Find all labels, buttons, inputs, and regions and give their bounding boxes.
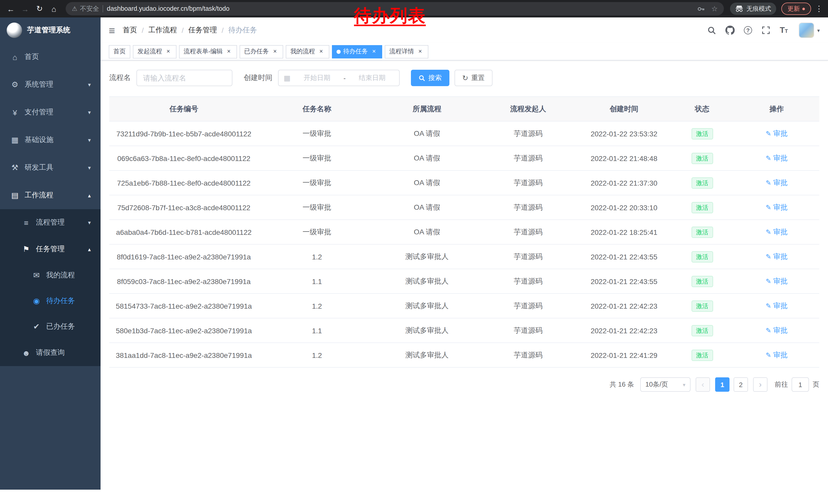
hamburger-icon[interactable]: ≡ (109, 25, 115, 36)
close-icon[interactable]: × (370, 48, 378, 55)
cell-created-time: 2022-01-21 22:41:29 (578, 343, 670, 367)
cell-task-name: 1.2 (258, 244, 376, 269)
status-badge: 激活 (691, 152, 713, 164)
sidebar-item-done-check[interactable]: ✔已办任务 (0, 314, 100, 339)
approve-link[interactable]: ✎审批 (766, 277, 788, 286)
sidebar-item-home[interactable]: ⌂首页 (0, 43, 100, 71)
create-time-label: 创建时间 (244, 73, 273, 83)
process-name-label: 流程名 (109, 73, 131, 83)
close-icon[interactable]: × (417, 48, 424, 55)
tab-item[interactable]: 待办任务× (332, 45, 382, 58)
page-size-select[interactable]: 10条/页 ▾ (640, 377, 691, 392)
reload-icon[interactable]: ↻ (33, 2, 46, 15)
tab-item[interactable]: 流程表单-编辑× (179, 45, 237, 58)
approve-link[interactable]: ✎审批 (766, 178, 788, 187)
close-icon[interactable]: × (165, 48, 172, 55)
process-name-input[interactable] (136, 70, 233, 86)
tab-item[interactable]: 流程详情× (385, 45, 428, 58)
approve-link[interactable]: ✎审批 (766, 227, 788, 237)
cell-task-id: 725a1eb6-7b88-11ec-8ef0-acde48001122 (109, 171, 258, 195)
user-menu[interactable]: ▾ (799, 22, 820, 38)
browser-menu-icon[interactable]: ⋮ (815, 4, 823, 13)
tab-item[interactable]: 首页 (109, 45, 130, 58)
approve-label: 审批 (773, 178, 788, 187)
logo-row[interactable]: 芋道管理系统 (0, 17, 100, 43)
edit-icon: ✎ (766, 154, 771, 162)
forward-icon[interactable]: → (18, 2, 32, 15)
date-range-picker[interactable]: ▦ 开始日期 - 结束日期 (278, 70, 400, 86)
cell-action: ✎审批 (734, 293, 819, 318)
approve-label: 审批 (773, 301, 788, 311)
home-icon[interactable]: ⌂ (47, 2, 60, 15)
cell-created-time: 2022-01-21 22:43:55 (578, 244, 670, 269)
approve-label: 审批 (773, 252, 788, 261)
chevron-down-icon: ▾ (88, 164, 91, 171)
cell-task-name: 一级审批 (258, 171, 376, 195)
tab-item[interactable]: 发起流程× (133, 45, 176, 58)
bookmark-star-icon[interactable]: ☆ (711, 5, 718, 13)
page-button[interactable]: 1 (715, 377, 730, 392)
cell-action: ✎审批 (734, 195, 819, 220)
security-status[interactable]: ⚠ 不安全 (72, 4, 99, 13)
update-button[interactable]: 更新 (781, 3, 811, 15)
sidebar-item-task-flag[interactable]: ⚑任务管理▴ (0, 236, 100, 263)
font-size-icon[interactable]: TT (779, 25, 789, 35)
close-icon[interactable]: × (318, 48, 325, 55)
key-icon[interactable] (697, 5, 705, 12)
sidebar-item-dev-tools[interactable]: ⚒研发工具▾ (0, 154, 100, 182)
fullscreen-icon[interactable] (761, 25, 771, 35)
approve-link[interactable]: ✎审批 (766, 153, 788, 163)
back-icon[interactable]: ← (4, 2, 17, 15)
column-header: 任务名称 (258, 97, 376, 121)
close-icon[interactable]: × (225, 48, 233, 55)
sidebar-item-yen[interactable]: ¥支付管理▾ (0, 98, 100, 126)
tab-label: 已办任务 (244, 47, 269, 56)
page-button[interactable]: 2 (734, 377, 748, 392)
approve-link[interactable]: ✎审批 (766, 351, 788, 360)
search-icon[interactable] (707, 25, 717, 35)
search-button[interactable]: 搜索 (411, 70, 449, 86)
sidebar-item-process-list[interactable]: ≡流程管理▾ (0, 209, 100, 236)
sidebar-item-eye[interactable]: ◉待办任务 (0, 288, 100, 314)
github-icon[interactable] (725, 25, 735, 35)
chevron-up-icon: ▴ (88, 246, 91, 253)
sidebar-item-infrastructure[interactable]: ▦基础设施▾ (0, 126, 100, 154)
approve-link[interactable]: ✎审批 (766, 252, 788, 261)
close-icon[interactable]: × (272, 48, 279, 55)
tab-item[interactable]: 已办任务× (240, 45, 283, 58)
sidebar-item-user[interactable]: ☻请假查询 (0, 339, 100, 366)
next-page-button[interactable]: › (753, 377, 768, 392)
sidebar-item-workflow[interactable]: ▤工作流程▴ (0, 182, 100, 209)
breadcrumb-item[interactable]: 首页 (123, 26, 137, 35)
sidebar-item-my-process[interactable]: ✉我的流程 (0, 263, 100, 288)
breadcrumb-item[interactable]: 任务管理 (188, 26, 217, 35)
chevron-down-icon: ▾ (683, 382, 686, 387)
breadcrumb-item[interactable]: 工作流程 (148, 26, 177, 35)
help-icon[interactable]: ? (743, 25, 753, 35)
sidebar-item-gear[interactable]: ⚙系统管理▾ (0, 71, 100, 98)
status-badge: 激活 (691, 202, 713, 213)
approve-link[interactable]: ✎审批 (766, 203, 788, 212)
goto-page-input[interactable] (792, 377, 809, 392)
tab-item[interactable]: 我的流程× (286, 45, 329, 58)
approve-link[interactable]: ✎审批 (766, 129, 788, 138)
tab-label: 我的流程 (290, 47, 315, 56)
user-icon: ☻ (22, 349, 31, 357)
edit-icon: ✎ (766, 351, 771, 359)
cell-initiator: 芋道源码 (479, 121, 578, 146)
approve-link[interactable]: ✎审批 (766, 301, 788, 311)
column-header: 流程发起人 (479, 97, 578, 121)
topbar: ≡ 首页/工作流程/任务管理/待办任务 ? TT (100, 17, 828, 43)
approve-link[interactable]: ✎审批 (766, 326, 788, 335)
cell-task-id: 381aa1dd-7ac8-11ec-a9e2-a2380e71991a (109, 343, 258, 367)
sidebar-item-label: 流程管理 (36, 218, 65, 227)
content: 流程名 创建时间 ▦ 开始日期 - 结束日期 搜索 ↻ (100, 60, 828, 404)
cell-task-id: 58154733-7ac8-11ec-a9e2-a2380e71991a (109, 293, 258, 318)
cell-initiator: 芋道源码 (479, 220, 578, 244)
reset-button-label: 重置 (471, 73, 485, 83)
reset-button[interactable]: ↻ 重置 (455, 70, 492, 86)
dev-tools-icon: ⚒ (10, 163, 19, 172)
incognito-badge: 无痕模式 (730, 3, 776, 15)
cell-action: ✎审批 (734, 244, 819, 269)
prev-page-button[interactable]: ‹ (696, 377, 710, 392)
